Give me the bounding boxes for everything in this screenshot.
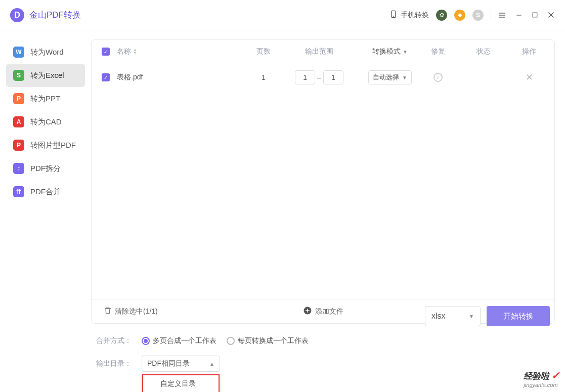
file-pages: 1 [246,73,281,81]
range-from-input[interactable] [295,70,315,84]
close-icon[interactable] [547,11,555,19]
remove-file-icon[interactable]: ✕ [526,72,533,82]
watermark: 经验啦 ✓ jingyanla.com [524,369,560,388]
format-select[interactable]: xlsx ▼ [425,306,481,326]
merge-single-radio[interactable]: 多页合成一个工作表 [142,336,216,345]
dropdown-custom-label: 自定义目录 [160,379,196,388]
add-file-label: 添加文件 [315,307,343,316]
image-pdf-icon: P [13,140,24,151]
mobile-convert-label: 手机转换 [401,11,429,20]
menu-icon[interactable] [498,11,506,19]
header-status: 状态 [453,47,514,56]
ppt-icon: P [13,93,24,104]
avatar-badge-icon[interactable]: ✿ [436,10,447,21]
file-panel: ✓ 名称 ▲▼ 页数 输出范围 转换模式 ▼ 修复 状态 操作 [91,39,555,324]
format-value: xlsx [431,312,446,321]
titlebar: D 金山PDF转换 手机转换 ✿ ◆ S [0,0,565,30]
main: W 转为Word S 转为Excel P 转为PPT A 转为CAD P 转图片… [0,30,565,392]
output-dir-select[interactable]: PDF相同目录 ▲ [142,356,220,372]
start-convert-button[interactable]: 开始转换 [487,306,550,326]
sidebar-item-label: 转图片型PDF [30,141,76,150]
chevron-down-icon: ▼ [403,49,408,55]
trash-icon [104,307,112,316]
sort-icon: ▲▼ [133,49,137,55]
range-to-input[interactable] [323,70,343,84]
sidebar-item-cad[interactable]: A 转为CAD [6,110,85,134]
header-action: 操作 [514,47,544,56]
output-dir-dropdown: 自定义目录 ✓ PDF相同目录 WPS网盘 [142,374,220,392]
header-repair: 修复 [423,47,453,56]
dropdown-custom-dir[interactable]: 自定义目录 [142,374,220,392]
sidebar-item-ppt[interactable]: P 转为PPT [6,87,85,110]
select-all-checkbox[interactable]: ✓ [102,48,110,56]
chevron-up-icon: ▲ [209,361,214,367]
content-area: ✓ 名称 ▲▼ 页数 输出范围 转换模式 ▼ 修复 状态 操作 [91,30,565,392]
header-name[interactable]: 名称 ▲▼ [117,47,246,56]
minimize-icon[interactable] [515,12,523,19]
split-icon: ↕ [13,163,24,174]
app-logo-icon: D [10,8,24,22]
sidebar-item-label: PDF拆分 [30,164,61,173]
header-range: 输出范围 [281,47,357,56]
plus-circle-icon [303,306,312,317]
merge-mode-label: 合并方式： [96,336,132,345]
app-title: 金山PDF转换 [29,9,81,21]
chevron-down-icon: ▼ [469,314,474,319]
bottom-actions: xlsx ▼ 开始转换 [425,306,550,326]
file-range: – [281,70,357,84]
watermark-text: 经验啦 [524,371,549,381]
svg-rect-0 [392,11,396,17]
sidebar: W 转为Word S 转为Excel P 转为PPT A 转为CAD P 转图片… [0,30,91,392]
mobile-convert-button[interactable]: 手机转换 [389,10,429,20]
table-row: ✓ 表格.pdf 1 – 自动选择 ▼ [92,63,554,92]
sidebar-item-merge[interactable]: ⇈ PDF合并 [6,180,85,203]
sidebar-item-label: PDF合并 [30,187,61,197]
add-file-button[interactable]: 添加文件 [303,306,343,317]
titlebar-right: 手机转换 ✿ ◆ S [389,10,555,21]
sidebar-item-label: 转为CAD [30,117,62,127]
phone-icon [389,10,398,20]
row-checkbox[interactable]: ✓ [102,73,110,81]
sidebar-item-label: 转为Word [30,48,64,57]
excel-icon: S [13,70,24,81]
options-area: 合并方式： 多页合成一个工作表 每页转换成一个工作表 输出目录： PDF相同目录… [91,324,555,382]
header-mode-label: 转换模式 [372,47,401,56]
radio-unchecked-icon [227,337,235,345]
radio-checked-icon [142,337,150,345]
watermark-url: jingyanla.com [524,382,560,388]
mode-select[interactable]: 自动选择 ▼ [368,70,412,84]
mode-value: 自动选择 [373,73,399,82]
merge-option-row: 合并方式： 多页合成一个工作表 每页转换成一个工作表 [96,336,550,345]
cad-icon: A [13,116,24,127]
repair-check-icon[interactable]: ✓ [433,73,443,82]
clear-label: 清除选中(1/1) [115,307,158,316]
svg-rect-6 [533,13,537,17]
divider [491,10,491,20]
sidebar-item-word[interactable]: W 转为Word [6,40,85,64]
table-header: ✓ 名称 ▲▼ 页数 输出范围 转换模式 ▼ 修复 状态 操作 [92,40,554,63]
output-dir-row: 输出目录： PDF相同目录 ▲ 自定义目录 ✓ PDF相同目录 [96,356,550,372]
sidebar-item-label: 转为PPT [30,94,60,104]
output-dir-value: PDF相同目录 [147,359,190,368]
merge-opt1-label: 多页合成一个工作表 [153,336,216,345]
checkmark-icon: ✓ [551,370,560,381]
file-list: ✓ 表格.pdf 1 – 自动选择 ▼ [92,63,554,299]
sync-badge-icon[interactable]: S [472,10,484,21]
sidebar-item-excel[interactable]: S 转为Excel [6,64,85,87]
output-dir-label: 输出目录： [96,359,132,368]
sidebar-item-split[interactable]: ↕ PDF拆分 [6,157,85,180]
clear-selected-button[interactable]: 清除选中(1/1) [104,307,158,316]
sidebar-item-label: 转为Excel [30,71,64,80]
shield-badge-icon[interactable]: ◆ [454,10,465,21]
header-mode[interactable]: 转换模式 ▼ [357,47,423,56]
word-icon: W [13,47,24,58]
range-separator: – [317,73,323,81]
header-name-label: 名称 [117,47,131,56]
maximize-icon[interactable] [532,12,538,18]
merge-multi-radio[interactable]: 每页转换成一个工作表 [227,336,309,345]
sidebar-item-imgpdf[interactable]: P 转图片型PDF [6,134,85,157]
merge-opt2-label: 每页转换成一个工作表 [238,336,309,345]
logo-area: D 金山PDF转换 [10,8,81,22]
file-name[interactable]: 表格.pdf [117,73,246,82]
chevron-down-icon: ▼ [402,75,407,80]
